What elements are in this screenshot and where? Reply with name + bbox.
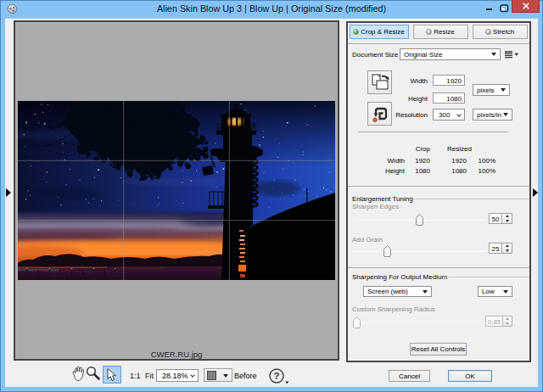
svg-text:?: ?	[273, 371, 279, 381]
